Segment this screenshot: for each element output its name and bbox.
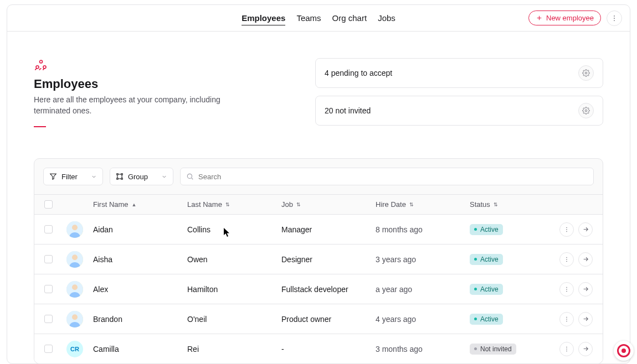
cell-job: Designer [281,255,376,264]
table-row[interactable]: Brandon O'neil Product owner 4 years ago… [34,304,603,334]
cell-last-name: Collins [187,225,281,234]
svg-rect-14 [121,178,122,179]
svg-point-34 [72,284,78,290]
row-overflow-button[interactable] [559,282,574,297]
filter-icon [49,173,57,180]
kebab-icon [563,346,570,352]
row-select-checkbox[interactable] [44,285,53,293]
table-header: First Name ▲ Last Name ⇅ Job ⇅ Hire Date… [34,194,603,214]
row-open-button[interactable] [578,282,593,297]
tab-org-chart[interactable]: Org chart [332,11,367,25]
row-open-button[interactable] [578,222,593,237]
sort-icon: ⇅ [296,202,301,207]
cell-last-name: Rei [187,345,281,353]
svg-point-3 [614,18,615,19]
kebab-icon [563,226,570,233]
cell-first-name: Aidan [93,225,187,234]
svg-rect-12 [121,174,122,175]
arrow-right-icon [582,256,589,263]
top-nav: Employees Teams Org chart Jobs New emplo… [7,5,630,32]
record-icon [617,344,630,357]
row-overflow-button[interactable] [559,342,574,356]
kebab-icon [610,14,618,22]
svg-point-5 [40,60,43,63]
row-select-checkbox[interactable] [44,345,53,353]
alert-card-pending[interactable]: 4 pending to accept [315,58,603,88]
help-widget[interactable] [614,341,634,361]
row-select-checkbox[interactable] [44,315,53,323]
kebab-icon [563,256,570,263]
table-row[interactable]: CR Camilla Rei - 3 months ago Not invite… [34,334,603,363]
svg-point-2 [614,15,615,16]
search-input[interactable] [198,173,588,181]
table-row[interactable]: Alex Hamilton Fullstack developer a year… [34,274,603,304]
svg-point-35 [566,287,567,288]
svg-point-36 [566,289,567,290]
svg-point-30 [566,259,567,260]
select-all-checkbox[interactable] [44,200,53,209]
column-status[interactable]: Status ⇅ [470,200,537,209]
alert-card-notinvited[interactable]: 20 not invited [315,96,603,126]
status-badge: Active [470,254,503,265]
row-open-button[interactable] [578,252,593,267]
people-icon [34,58,233,72]
cell-job: Manager [281,225,376,234]
row-select-checkbox[interactable] [44,255,53,263]
sort-icon: ⇅ [225,202,230,207]
topnav-overflow-button[interactable] [607,11,622,26]
svg-point-9 [585,110,587,112]
tab-jobs[interactable]: Jobs [378,11,395,25]
sort-icon: ⇅ [409,202,414,207]
svg-point-19 [187,174,192,179]
group-button[interactable]: Group [110,168,173,185]
cell-first-name: Alex [93,285,187,294]
row-open-button[interactable] [578,312,593,326]
arrow-right-icon [582,285,589,293]
group-label: Group [128,173,148,181]
kebab-icon [563,316,570,323]
cell-hire-date: a year ago [376,285,470,294]
alert-text: 4 pending to accept [325,69,392,77]
plus-icon [536,14,543,22]
row-select-checkbox[interactable] [44,225,53,233]
filter-button[interactable]: Filter [43,168,103,185]
column-job[interactable]: Job ⇅ [281,200,376,209]
svg-line-20 [192,178,193,180]
row-overflow-button[interactable] [559,312,574,326]
alert-settings-button[interactable] [578,103,594,118]
cell-hire-date: 8 months ago [376,225,470,234]
svg-point-23 [566,227,567,228]
search-field[interactable] [180,168,594,185]
svg-point-28 [72,254,78,260]
status-badge: Active [470,314,503,325]
status-badge: Not invited [470,344,516,355]
filter-label: Filter [61,173,78,181]
cell-hire-date: 3 years ago [376,255,470,264]
row-overflow-button[interactable] [559,252,574,267]
column-first-name[interactable]: First Name ▲ [93,200,187,209]
new-employee-button[interactable]: New employee [528,11,601,25]
table-row[interactable]: Aisha Owen Designer 3 years ago Active [34,244,603,274]
svg-point-22 [72,225,78,230]
cell-job: Fullstack developer [281,285,376,294]
svg-point-6 [36,66,39,69]
tab-employees[interactable]: Employees [242,11,285,25]
sort-icon: ⇅ [494,202,498,207]
svg-point-45 [566,346,567,347]
column-last-name[interactable]: Last Name ⇅ [187,200,281,209]
alert-text: 20 not invited [325,106,371,115]
row-overflow-button[interactable] [559,222,574,237]
svg-marker-10 [50,174,56,180]
svg-point-40 [72,314,78,320]
tab-teams[interactable]: Teams [296,11,321,25]
svg-point-8 [585,72,587,74]
svg-point-29 [566,257,567,258]
table-row[interactable]: Aidan Collins Manager 8 months ago Activ… [34,214,603,244]
cell-first-name: Aisha [93,255,187,264]
row-open-button[interactable] [578,342,593,356]
alert-settings-button[interactable] [578,65,594,81]
cell-last-name: Owen [187,255,281,264]
employees-table-card: Filter Group [34,158,603,364]
chevron-down-icon [161,174,167,180]
column-hire-date[interactable]: Hire Date ⇅ [376,200,470,209]
